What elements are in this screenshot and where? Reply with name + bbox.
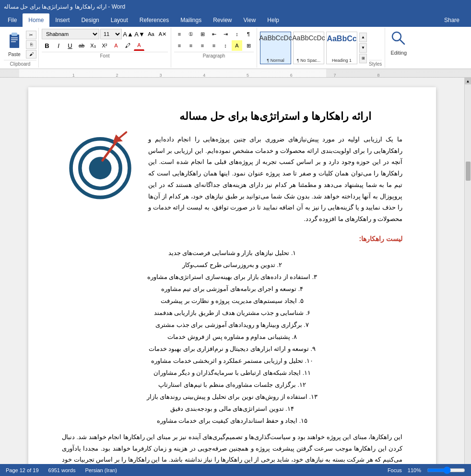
search-edit-icon: [389, 29, 408, 48]
title-bar: ارائه راهکارها و استراتژی‌ها برای حل مسا…: [0, 0, 471, 13]
styles-label: Styles: [369, 60, 382, 67]
clear-format-button[interactable]: A✕: [157, 29, 168, 39]
word-count: 6951 words: [48, 467, 76, 473]
share-button[interactable]: Share: [438, 13, 465, 27]
styles-scroll-down[interactable]: ▼: [359, 43, 367, 53]
ribbon-content: Paste ✂ ⎘ 🖌 Clipboard Shabnam 11 A▲ A▼ A…: [0, 27, 471, 69]
language-info: Persian (Iran): [85, 467, 117, 473]
paste-button[interactable]: Paste: [4, 29, 25, 60]
list-item-8: ۸. پشتیبانی مداوم و مشاوره پس از فروش خد…: [62, 331, 402, 343]
target-icon: [64, 130, 136, 202]
change-case-button[interactable]: Aa: [146, 29, 156, 39]
font-color2-button[interactable]: A: [134, 40, 144, 51]
svg-rect-3: [11, 39, 18, 40]
page-info: Page 12 of 19: [6, 467, 39, 473]
doc-list: ۱. تحلیل نیازهای بازار و شناسایی فرصت‌ها…: [62, 247, 402, 427]
tab-insert[interactable]: Insert: [49, 13, 75, 27]
tab-review[interactable]: Review: [207, 13, 237, 27]
shading-button[interactable]: A: [232, 40, 242, 51]
tab-references[interactable]: References: [134, 13, 175, 27]
list-item-15: ۱۵. ایجاد و حفظ استانداردهای کیفیت برای …: [62, 415, 402, 427]
line-spacing-button[interactable]: ↕: [220, 40, 231, 51]
svg-rect-2: [11, 37, 18, 38]
font-increase-button[interactable]: A▲: [123, 29, 133, 39]
tab-help[interactable]: Help: [261, 13, 285, 27]
numbering-button[interactable]: ①: [186, 29, 196, 39]
font-size-select[interactable]: 11: [100, 29, 122, 39]
list-item-7: ۷. برگزاری وبینارها و رویدادهای آموزشی ب…: [62, 319, 402, 331]
justify-button[interactable]: ≡: [209, 40, 219, 51]
tab-file[interactable]: File: [2, 13, 23, 27]
italic-button[interactable]: I: [53, 40, 64, 51]
zoom-slider[interactable]: [427, 468, 465, 472]
list-item-1: ۱. تحلیل نیازهای بازار و شناسایی فرصت‌ها…: [62, 247, 402, 259]
tab-home[interactable]: Home: [23, 13, 49, 27]
styles-scroll-up[interactable]: ▲: [359, 33, 367, 42]
underline-button[interactable]: U: [65, 40, 75, 51]
strikethrough-button[interactable]: ab: [76, 40, 87, 51]
copy-button[interactable]: ⎘: [26, 40, 36, 49]
font-color-button[interactable]: A: [111, 40, 121, 51]
list-item-14: ۱۴. تدوین استراتژی‌های مالی و بودجه‌بندی…: [62, 403, 402, 415]
svg-line-12: [118, 132, 127, 139]
decrease-indent-button[interactable]: ⇤: [209, 29, 219, 39]
style-no-space[interactable]: AaBbCcDc ¶ No Spac...: [293, 32, 324, 64]
list-item-13: ۱۳. استفاده از روش‌های نوین برای تحلیل و…: [62, 391, 402, 403]
status-right: Focus 110%: [388, 467, 465, 473]
svg-point-9: [89, 157, 112, 179]
highlight-button[interactable]: 🖍: [122, 40, 133, 51]
svg-rect-4: [11, 41, 16, 42]
status-bar: Page 12 of 19 6951 words Persian (Iran) …: [0, 464, 471, 476]
increase-indent-button[interactable]: ⇥: [220, 29, 231, 39]
cut-button[interactable]: ✂: [26, 31, 36, 39]
doc-image: [62, 106, 139, 225]
doc-title: ارائه راهکارها و استراتژی‌ها برای حل مسا…: [148, 106, 402, 127]
app-title: ارائه راهکارها و استراتژی‌ها برای حل مسا…: [4, 3, 125, 10]
style-normal[interactable]: AaBbCcDc ¶ Normal: [260, 32, 291, 64]
tab-view[interactable]: View: [238, 13, 262, 27]
sort-button[interactable]: ↕: [232, 29, 242, 39]
scroll-thumb[interactable]: [466, 162, 471, 181]
list-heading: لیست راهکارها:: [62, 235, 402, 243]
list-item-3: ۳. استفاده از داده‌های بازار برای بهینه‌…: [62, 271, 402, 283]
align-center-button[interactable]: ≡: [186, 40, 196, 51]
style-normal-label: ¶ Normal: [267, 58, 284, 63]
scroll-track[interactable]: [465, 84, 471, 470]
superscript-button[interactable]: X²: [99, 40, 110, 51]
borders-button[interactable]: ⊞: [243, 40, 254, 51]
svg-line-6: [400, 40, 404, 44]
content-area: ارائه راهکارها و استراتژی‌ها برای حل مسا…: [0, 78, 464, 476]
format-painter-button[interactable]: 🖌: [26, 50, 36, 58]
tab-layout[interactable]: Layout: [105, 13, 134, 27]
styles-expand[interactable]: ⊞: [359, 54, 367, 63]
scroll-up-arrow[interactable]: ▲: [465, 78, 471, 84]
clipboard-label: Clipboard: [4, 60, 36, 67]
style-heading1[interactable]: AaBbCc Heading 1: [326, 32, 357, 64]
font-name-select[interactable]: Shabnam: [42, 29, 99, 39]
focus-label[interactable]: Focus: [388, 467, 402, 473]
bold-button[interactable]: B: [42, 40, 52, 51]
doc-text-block: ارائه راهکارها و استراتژی‌ها برای حل مسا…: [148, 106, 402, 225]
tab-mailings[interactable]: Mailings: [175, 13, 207, 27]
list-item-9: ۹. توسعه و ارائه ابزارهای دیجیتال و نرم‌…: [62, 343, 402, 355]
list-item-6: ۶. شناسایی و جذب مشتریان هدف از طریق باز…: [62, 307, 402, 319]
ribbon-tabs: File Home Insert Design Layout Reference…: [0, 13, 471, 27]
bullets-button[interactable]: ≡: [174, 29, 185, 39]
document-page: ارائه راهکارها و استراتژی‌ها برای حل مسا…: [28, 87, 436, 467]
list-item-2: ۲. تدوین و به‌روزرسانی طرح کسب‌وکار: [62, 259, 402, 271]
list-item-5: ۵. ایجاد سیستم‌های مدیریت پروژه و نظارت …: [62, 295, 402, 307]
styles-scroll: ▲ ▼ ⊞: [359, 33, 367, 63]
zoom-level[interactable]: 110%: [408, 467, 421, 473]
subscript-button[interactable]: X₂: [88, 40, 98, 51]
align-right-button[interactable]: ≡: [197, 40, 208, 51]
list-item-10: ۱۰. تحلیل و ارزیابی مستمر عملکرد و اثربخ…: [62, 355, 402, 367]
multilevel-list-button[interactable]: ⊞: [197, 29, 208, 39]
font-decrease-button[interactable]: A▼: [134, 29, 145, 39]
style-no-space-label: ¶ No Spac...: [297, 58, 320, 63]
list-item-4: ۴. توسعه و اجرای برنامه‌های آموزشی برای …: [62, 283, 402, 295]
show-marks-button[interactable]: ¶: [243, 29, 254, 39]
tab-design[interactable]: Design: [75, 13, 105, 27]
editing-label: Editing: [390, 50, 407, 56]
align-left-button[interactable]: ≡: [174, 40, 185, 51]
paragraph-group: ≡ ① ⊞ ⇤ ⇥ ↕ ¶ ≡ ≡ ≡ ≡ ↕ A ⊞ Paragraph: [171, 28, 257, 68]
